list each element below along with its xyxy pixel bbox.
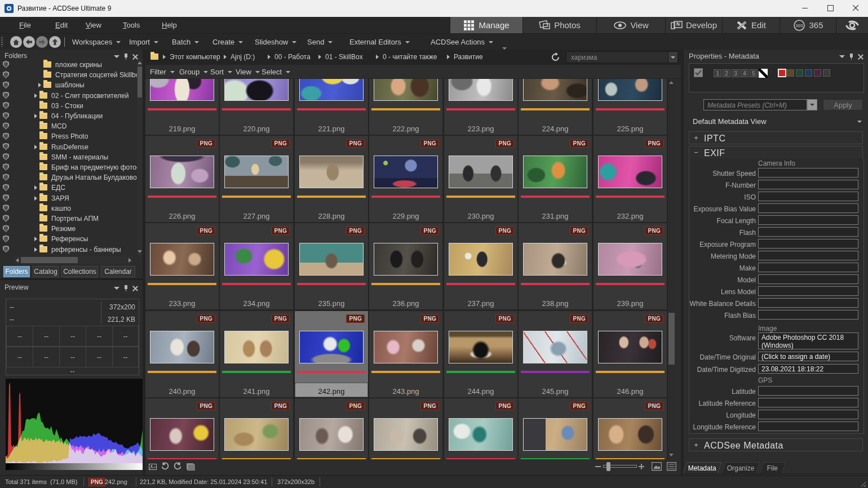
svg-text:365: 365 — [796, 23, 804, 28]
